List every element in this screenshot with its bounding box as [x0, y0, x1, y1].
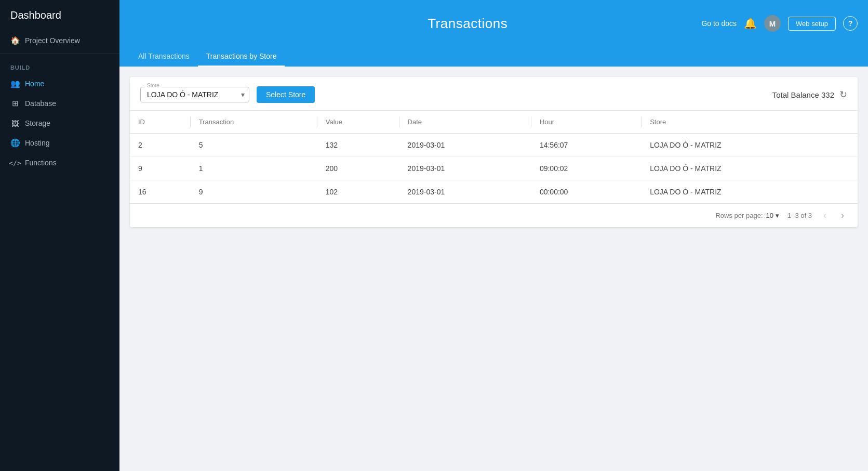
cell-id: 9 — [130, 157, 191, 180]
content-area: Store LOJA DO Ó - MATRIZ ▾ Select Store … — [119, 67, 868, 471]
sidebar-item-functions[interactable]: </> Functions — [0, 153, 119, 173]
main-card: Store LOJA DO Ó - MATRIZ ▾ Select Store … — [130, 77, 858, 227]
build-section-label: Build — [0, 57, 119, 74]
col-transaction: Transaction — [191, 111, 317, 134]
cell-date: 2019-03-01 — [399, 134, 531, 157]
col-id: ID — [130, 111, 191, 134]
sidebar-item-project-overview[interactable]: 🏠 Project Overview — [0, 31, 119, 50]
sidebar-item-home[interactable]: 👥 Home — [0, 74, 119, 94]
people-icon: 👥 — [10, 79, 20, 88]
table-row: 251322019-03-0114:56:07LOJA DO Ó - MATRI… — [130, 134, 858, 157]
cell-value: 132 — [317, 134, 399, 157]
table-row: 1691022019-03-0100:00:00LOJA DO Ó - MATR… — [130, 180, 858, 204]
total-balance-label: Total Balance 332 — [772, 90, 834, 99]
topbar: Transactions Go to docs 🔔 M Web setup ? — [119, 0, 868, 47]
database-icon: ⊞ — [10, 99, 20, 108]
hosting-icon: 🌐 — [10, 138, 20, 148]
sidebar-storage-label: Storage — [25, 119, 50, 127]
sidebar-hosting-label: Hosting — [25, 139, 49, 147]
sidebar-functions-label: Functions — [25, 159, 57, 167]
table-header-row: ID Transaction Value Date Hour Store — [130, 111, 858, 134]
col-hour: Hour — [531, 111, 642, 134]
cell-store: LOJA DO Ó - MATRIZ — [642, 180, 858, 204]
col-value: Value — [317, 111, 399, 134]
rows-per-page: Rows per page: 10 ▾ — [715, 212, 779, 219]
transactions-table: ID Transaction Value Date Hour Store 251… — [130, 111, 858, 203]
tab-all-transactions[interactable]: All Transactions — [130, 47, 198, 67]
functions-icon: </> — [10, 158, 20, 167]
sidebar: Dashboard 🏠 Project Overview Build 👥 Hom… — [0, 0, 119, 471]
sidebar-divider — [0, 54, 119, 54]
cell-store: LOJA DO Ó - MATRIZ — [642, 157, 858, 180]
tabs-bar: All Transactions Transactions by Store — [119, 47, 868, 67]
store-dropdown[interactable]: Store LOJA DO Ó - MATRIZ ▾ — [140, 87, 249, 102]
pagination-row: Rows per page: 10 ▾ 1–3 of 3 ‹ › — [130, 203, 858, 227]
notification-bell-icon[interactable]: 🔔 — [744, 17, 757, 30]
app-title: Dashboard — [0, 0, 119, 31]
sidebar-item-storage[interactable]: 🖼 Storage — [0, 113, 119, 133]
store-selector-row: Store LOJA DO Ó - MATRIZ ▾ Select Store … — [130, 77, 858, 111]
sidebar-item-hosting[interactable]: 🌐 Hosting — [0, 133, 119, 153]
cell-store: LOJA DO Ó - MATRIZ — [642, 134, 858, 157]
sidebar-database-label: Database — [25, 99, 56, 108]
store-label: Store — [145, 83, 162, 88]
topbar-right: Go to docs 🔔 M Web setup ? — [701, 15, 858, 32]
refresh-icon[interactable]: ↻ — [839, 89, 847, 100]
chevron-down-icon: ▾ — [241, 90, 245, 99]
select-store-button[interactable]: Select Store — [257, 86, 315, 103]
rows-per-page-label: Rows per page: — [715, 212, 763, 219]
avatar[interactable]: M — [764, 15, 781, 32]
cell-date: 2019-03-01 — [399, 180, 531, 204]
home-outline-icon: 🏠 — [10, 36, 20, 45]
cell-transaction: 5 — [191, 134, 317, 157]
cell-transaction: 1 — [191, 157, 317, 180]
storage-icon: 🖼 — [10, 119, 20, 128]
table-row: 912002019-03-0109:00:02LOJA DO Ó - MATRI… — [130, 157, 858, 180]
rows-per-page-value: 10 — [766, 212, 773, 219]
next-page-button[interactable]: › — [838, 209, 847, 222]
sidebar-home-label: Home — [25, 80, 44, 88]
go-to-docs-link[interactable]: Go to docs — [701, 19, 737, 28]
store-selected-value: LOJA DO Ó - MATRIZ — [147, 90, 218, 99]
cell-hour: 14:56:07 — [531, 134, 642, 157]
prev-page-button[interactable]: ‹ — [820, 209, 830, 222]
col-date: Date — [399, 111, 531, 134]
page-title: Transactions — [428, 16, 508, 32]
main-area: Transactions Go to docs 🔔 M Web setup ? … — [119, 0, 868, 471]
rows-per-page-arrow: ▾ — [776, 212, 779, 219]
page-info: 1–3 of 3 — [787, 212, 812, 219]
cell-value: 200 — [317, 157, 399, 180]
sidebar-project-overview-label: Project Overview — [25, 36, 80, 45]
total-balance: Total Balance 332 ↻ — [772, 89, 847, 100]
tab-transactions-by-store[interactable]: Transactions by Store — [198, 47, 285, 67]
rows-per-page-select[interactable]: 10 ▾ — [766, 212, 779, 219]
sidebar-item-database[interactable]: ⊞ Database — [0, 94, 119, 113]
cell-id: 2 — [130, 134, 191, 157]
cell-id: 16 — [130, 180, 191, 204]
cell-hour: 09:00:02 — [531, 157, 642, 180]
web-setup-button[interactable]: Web setup — [788, 17, 836, 31]
cell-hour: 00:00:00 — [531, 180, 642, 204]
cell-transaction: 9 — [191, 180, 317, 204]
cell-value: 102 — [317, 180, 399, 204]
help-button[interactable]: ? — [843, 16, 858, 31]
col-store: Store — [642, 111, 858, 134]
cell-date: 2019-03-01 — [399, 157, 531, 180]
